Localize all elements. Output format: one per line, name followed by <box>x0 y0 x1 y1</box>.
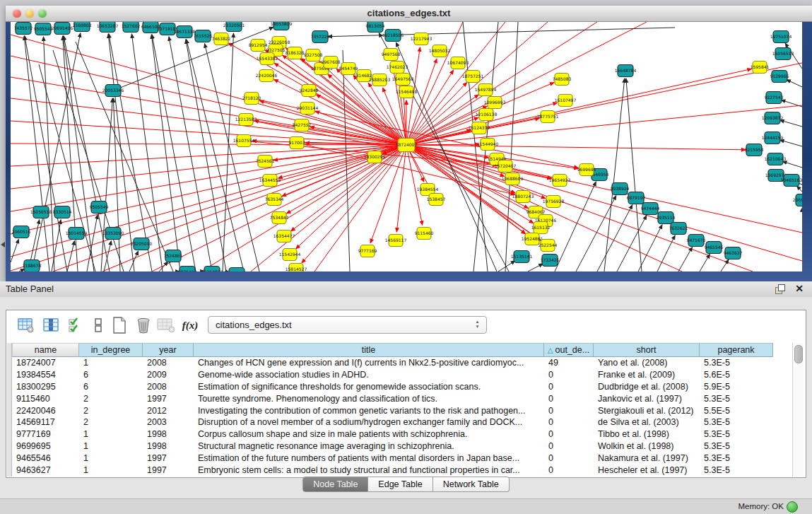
graph-node[interactable]: 1733426 <box>541 255 560 267</box>
new-document-icon[interactable] <box>110 315 129 335</box>
graph-node[interactable]: 14805032 <box>429 45 451 57</box>
graph-node[interactable]: 2967608 <box>322 57 341 69</box>
graph-node[interactable]: 29031144 <box>297 103 319 115</box>
graph-node[interactable]: 9835424 <box>178 267 197 272</box>
graph-node[interactable]: 15056513 <box>772 48 794 60</box>
graph-node[interactable]: 8813054 <box>366 22 385 33</box>
graph-node[interactable]: 8471670 <box>687 235 706 247</box>
graph-node[interactable]: 7524561 <box>256 156 275 168</box>
graph-node[interactable]: 16648784 <box>615 65 637 77</box>
column-header-title[interactable]: title <box>194 343 544 357</box>
graph-node[interactable]: 15135141 <box>511 251 533 263</box>
graph-node[interactable]: 7463822 <box>212 33 231 45</box>
graph-node[interactable]: 917003 <box>289 137 305 149</box>
network-window-titlebar[interactable]: citations_edges.txt <box>6 6 812 22</box>
graph-node[interactable]: 16344558 <box>259 175 281 187</box>
graph-node[interactable]: 9327508 <box>304 49 323 62</box>
table-row[interactable]: 1938455462009Genome-wide association stu… <box>12 369 773 381</box>
graph-node[interactable]: 9505542 <box>34 23 53 35</box>
graph-node[interactable]: 1538457 <box>427 194 446 206</box>
graph-node[interactable]: 10653287 <box>97 22 119 33</box>
tab-edge-table[interactable]: Edge Table <box>368 477 433 492</box>
graph-node[interactable]: 7615526 <box>194 30 213 42</box>
graph-node[interactable]: 10465163 <box>781 175 802 187</box>
graph-node[interactable]: 2060516 <box>12 226 31 238</box>
graph-node[interactable]: 12213583 <box>235 114 257 126</box>
graph-node[interactable]: 15814527 <box>286 264 307 272</box>
table-row[interactable]: 969969511998Structural magnetic resonanc… <box>12 440 773 452</box>
float-window-icon[interactable] <box>775 284 785 294</box>
graph-node[interactable]: 19756928 <box>543 196 565 208</box>
graph-node[interactable]: 8912954 <box>249 40 268 52</box>
graph-node[interactable]: 19751074 <box>770 31 792 43</box>
graph-node[interactable]: 12093872 <box>762 112 784 124</box>
table-row[interactable]: 946554611997Estimation of the future num… <box>12 452 773 465</box>
graph-node[interactable]: 9777169 <box>358 245 377 257</box>
graph-node[interactable]: 9699695 <box>577 164 596 176</box>
graph-node[interactable]: 15014559 <box>66 228 88 240</box>
tab-network-table[interactable]: Network Table <box>433 477 510 492</box>
graph-node[interactable]: 7357224 <box>311 31 330 43</box>
graph-node[interactable]: 9497568 <box>382 49 401 61</box>
graph-node[interactable]: 23320501 <box>223 22 245 32</box>
graph-node[interactable]: 14671338 <box>174 26 196 38</box>
column-chooser-icon[interactable] <box>88 315 108 335</box>
graph-node[interactable]: 11542944 <box>279 249 301 261</box>
graph-node[interactable]: 12444159 <box>762 132 784 144</box>
graph-node[interactable]: 14569117 <box>385 235 407 247</box>
graph-node[interactable]: 8938924 <box>611 183 630 195</box>
graph-node[interactable]: 9465546 <box>705 242 724 254</box>
graph-node[interactable]: 8215958 <box>745 144 764 156</box>
delete-icon[interactable] <box>134 315 153 335</box>
graph-node[interactable]: 19218506 <box>382 30 404 42</box>
graph-node[interactable]: 16354477 <box>273 230 295 243</box>
graph-node[interactable]: 15497894 <box>475 84 497 96</box>
table-row[interactable]: 1456911722003Disruption of a novel membe… <box>12 416 773 428</box>
graph-node[interactable]: 20605164 <box>793 194 802 206</box>
graph-node[interactable]: 9227543 <box>765 92 784 104</box>
graph-node[interactable]: 16210643 <box>765 153 787 165</box>
table-settings-icon[interactable] <box>16 315 36 335</box>
graph-node[interactable]: 18053809 <box>271 22 293 30</box>
column-header-short[interactable]: short <box>594 343 700 357</box>
graph-node[interactable]: 9505549 <box>90 201 109 214</box>
graph-node[interactable]: 9463627 <box>724 247 743 259</box>
graph-node[interactable]: 9242848 <box>300 85 319 97</box>
graph-node[interactable]: 10996993 <box>484 97 506 109</box>
close-panel-icon[interactable]: ✕ <box>795 283 804 294</box>
graph-node[interactable]: 7534847 <box>270 212 289 224</box>
table-row[interactable]: 1830029562008Estimation of significance … <box>12 381 773 393</box>
table-row[interactable]: 946362711997Embryonic stem cells: a mode… <box>12 465 773 477</box>
graph-node[interactable]: 1188678 <box>23 260 42 272</box>
column-header-name[interactable]: name <box>12 343 79 357</box>
table-row[interactable]: 1872400712008Changes of HCN gene express… <box>12 357 773 369</box>
table-row[interactable]: 911546021997Tourette syndrome. Phenomeno… <box>12 393 773 405</box>
graph-node[interactable]: 1527602 <box>122 22 141 33</box>
graph-node[interactable]: 16107497 <box>555 95 577 107</box>
graph-node[interactable]: 9129966 <box>770 71 789 83</box>
graph-node[interactable]: 12354877 <box>201 267 223 272</box>
graph-node[interactable]: 7524861 <box>164 250 183 262</box>
graph-node[interactable]: 11544940 <box>477 139 499 151</box>
graph-node[interactable]: 2935114 <box>657 212 676 224</box>
graph-node[interactable]: 16107554 <box>233 135 255 147</box>
column-header-pagerank[interactable]: pagerank <box>700 343 773 357</box>
function-builder-icon[interactable]: f(x) <box>180 315 200 335</box>
graph-node[interactable]: 8186328 <box>286 47 305 59</box>
scrollbar-thumb[interactable] <box>794 345 803 363</box>
graph-node[interactable]: 20053346 <box>102 85 124 97</box>
graph-node[interactable]: 18724007 <box>396 139 418 152</box>
graph-node[interactable]: 2160803 <box>73 22 92 32</box>
graph-node[interactable]: 23205010 <box>131 238 153 250</box>
column-header-year[interactable]: year <box>143 343 194 357</box>
graph-node[interactable]: 15056518 <box>30 206 52 218</box>
network-canvas[interactable]: 1872400774355729505542206914062160803106… <box>11 22 802 271</box>
graph-node[interactable]: 22420046 <box>256 70 278 82</box>
graph-node[interactable]: 10674093 <box>447 57 469 69</box>
graph-node[interactable]: 2718120 <box>242 93 261 105</box>
memory-status-icon[interactable] <box>787 501 798 513</box>
graph-node[interactable]: 7435572 <box>14 23 33 35</box>
graph-node[interactable]: 7635344 <box>265 194 284 206</box>
graph-node[interactable]: 1595841 <box>751 62 770 74</box>
graph-node[interactable]: 8427552 <box>293 119 312 132</box>
